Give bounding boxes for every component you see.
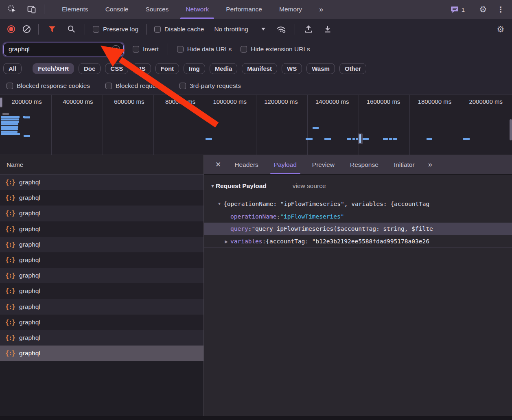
3rd-party-requests-checkbox[interactable]: 3rd-party requests (179, 82, 241, 90)
chip-all[interactable]: All (3, 63, 22, 74)
name-column-header[interactable]: Name (0, 155, 203, 175)
table-row[interactable]: {:}graphql (0, 206, 203, 221)
table-row[interactable]: {:}graphql (0, 299, 203, 315)
tab-more[interactable]: » (311, 0, 331, 19)
table-row[interactable]: {:}graphql (0, 283, 203, 299)
tab-memory[interactable]: Memory (271, 0, 311, 19)
issues-counter[interactable]: 1 (451, 6, 465, 13)
chip-fetch-xhr[interactable]: Fetch/XHR (33, 63, 74, 74)
record-button[interactable] (7, 25, 15, 33)
blocked-response-cookies-checkbox[interactable]: Blocked response cookies (7, 82, 90, 90)
network-settings-gear-icon[interactable]: ⚙ (495, 24, 506, 35)
filter-input[interactable] (9, 46, 112, 53)
device-toolbar-icon[interactable] (26, 4, 37, 15)
table-row[interactable]: {:}graphql (0, 190, 203, 206)
chip-img[interactable]: Img (184, 63, 205, 74)
table-row[interactable]: {:}graphql (0, 330, 203, 346)
payload-preview-line[interactable]: ▼ {operationName: "ipFlowTimeseries", va… (204, 197, 512, 210)
request-bar (1, 126, 18, 128)
payload-key: query (230, 225, 248, 232)
chip-doc[interactable]: Doc (79, 63, 101, 74)
detail-tab-preview[interactable]: Preview (304, 155, 342, 174)
timeline-tick: 800000 ms (153, 98, 205, 105)
view-source-link[interactable]: view source (293, 182, 326, 190)
divider (471, 4, 471, 14)
request-payload-title: Request Payload (216, 182, 267, 190)
request-rows: {:}graphql{:}graphql{:}graphql{:}graphql… (0, 175, 203, 361)
filter-funnel-icon[interactable] (46, 24, 58, 35)
detail-panel: ✕ HeadersPayloadPreviewResponseInitiator… (204, 155, 512, 416)
request-bar (463, 138, 470, 140)
chip-media[interactable]: Media (210, 63, 238, 74)
timeline-right-handle[interactable] (510, 119, 512, 140)
import-har-icon[interactable] (303, 24, 314, 35)
tab-sources[interactable]: Sources (137, 0, 177, 19)
detail-tab-payload[interactable]: Payload (266, 155, 304, 174)
detail-tab-headers[interactable]: Headers (227, 155, 266, 174)
detail-tab-response[interactable]: Response (342, 155, 386, 174)
expand-triangle-icon[interactable]: ▶ (222, 239, 230, 244)
timeline-overview[interactable]: 200000 ms400000 ms600000 ms800000 ms1000… (0, 94, 512, 155)
table-row[interactable]: {:}graphql (0, 237, 203, 252)
invert-checkbox[interactable]: Invert (133, 46, 159, 53)
blocked-response-cookies-label: Blocked response cookies (17, 82, 90, 90)
search-icon[interactable] (66, 24, 77, 35)
chip-other[interactable]: Other (339, 63, 366, 74)
settings-gear-icon[interactable]: ⚙ (477, 4, 489, 15)
table-row[interactable]: {:}graphql (0, 175, 203, 190)
export-har-icon[interactable] (322, 24, 333, 35)
inspect-element-icon[interactable] (7, 4, 18, 15)
payload-row[interactable]: ▶variables: {accountTag: "b12e3b2192ee55… (204, 235, 512, 248)
chip-font[interactable]: Font (155, 63, 179, 74)
chip-wasm[interactable]: Wasm (306, 63, 335, 74)
timeline-left-handle[interactable] (0, 97, 3, 108)
payload-row[interactable]: operationName: "ipFlowTimeseries" (204, 210, 512, 223)
throttling-dropdown[interactable]: No throttling (214, 26, 265, 33)
timeline-tick: 1200000 ms (256, 98, 307, 105)
close-detail-icon[interactable]: ✕ (210, 155, 227, 174)
disable-cache-label: Disable cache (164, 26, 204, 33)
timeline-tick: 1000000 ms (205, 98, 256, 105)
table-row[interactable]: {:}graphql (0, 252, 203, 268)
tab-console[interactable]: Console (97, 0, 137, 19)
disable-cache-checkbox[interactable]: Disable cache (154, 26, 204, 33)
divider (168, 44, 168, 55)
clear-filter-icon[interactable] (112, 45, 120, 54)
table-row[interactable]: {:}graphql (0, 346, 203, 361)
request-bar (383, 138, 388, 140)
detail-tab-initiator[interactable]: Initiator (386, 155, 422, 174)
gridline (103, 95, 103, 155)
request-name: graphql (19, 256, 40, 264)
kebab-menu-icon[interactable]: ⋮ (495, 4, 506, 15)
tab-elements[interactable]: Elements (53, 0, 97, 19)
expand-triangle-icon[interactable]: ▼ (215, 201, 223, 206)
chip-ws[interactable]: WS (282, 63, 302, 74)
blocked-requests-checkbox[interactable]: Blocked requests (105, 82, 164, 90)
table-row[interactable]: {:}graphql (0, 268, 203, 283)
timeline-tick: 1600000 ms (359, 98, 410, 105)
hide-data-urls-checkbox[interactable]: Hide data URLs (177, 46, 232, 53)
divider (27, 64, 27, 73)
detail-more-tabs-icon[interactable]: » (422, 155, 437, 174)
gridline (359, 95, 359, 155)
json-braces-icon: {:} (5, 225, 15, 233)
clear-button[interactable] (23, 25, 31, 33)
gridline (205, 95, 205, 155)
timeline-tick: 200000 ms (0, 98, 51, 105)
collapse-triangle-icon[interactable]: ▼ (210, 184, 215, 188)
table-row[interactable]: {:}graphql (0, 221, 203, 237)
preserve-log-checkbox[interactable]: Preserve log (93, 26, 138, 33)
chip-manifest[interactable]: Manifest (242, 63, 277, 74)
network-conditions-icon[interactable] (276, 24, 287, 35)
chip-css[interactable]: CSS (105, 63, 128, 74)
hide-extension-urls-checkbox[interactable]: Hide extension URLs (241, 46, 310, 53)
request-bar (1, 121, 19, 123)
checkbox (154, 26, 161, 33)
chip-js[interactable]: JS (133, 63, 151, 74)
tab-performance[interactable]: Performance (217, 0, 271, 19)
payload-row[interactable]: query: "query ipFlowTimeseries($accountT… (204, 223, 512, 235)
tab-network[interactable]: Network (177, 0, 217, 19)
table-row[interactable]: {:}graphql (0, 315, 203, 330)
request-bar (427, 138, 432, 140)
request-name: graphql (19, 179, 40, 186)
